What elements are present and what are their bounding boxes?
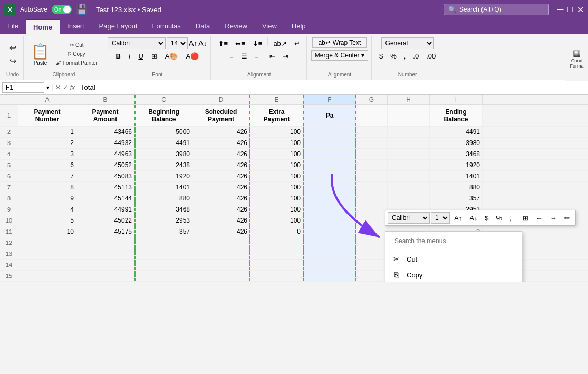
cell-h6[interactable]	[388, 171, 430, 181]
cell-c11[interactable]: 357	[134, 226, 192, 237]
cell-c8[interactable]: 880	[134, 193, 192, 204]
cell-b13[interactable]	[76, 248, 134, 259]
cell-b8[interactable]: 45144	[76, 193, 134, 204]
cell-f14[interactable]	[303, 260, 356, 270]
cell-c2[interactable]: 5000	[134, 127, 192, 137]
cell-c15[interactable]	[134, 271, 192, 281]
cell-e2[interactable]: 100	[250, 127, 303, 137]
align-middle-button[interactable]: ⬌≡	[232, 37, 248, 49]
cell-e4[interactable]: 100	[250, 149, 303, 159]
cell-d8[interactable]: 426	[192, 193, 250, 204]
cell-g13[interactable]	[356, 248, 388, 259]
cell-a5[interactable]: 6	[18, 160, 76, 170]
cell-g1[interactable]	[356, 105, 388, 126]
cell-i6[interactable]: 1401	[430, 171, 483, 181]
font-color-button[interactable]: A🔴	[182, 50, 202, 62]
comma-button[interactable]: ,	[401, 50, 409, 62]
number-format-select[interactable]: General	[381, 37, 434, 49]
cell-g15[interactable]	[356, 271, 388, 281]
col-header-d[interactable]: D	[192, 95, 250, 104]
cell-b1[interactable]: PaymentAmount	[76, 105, 134, 126]
col-header-i[interactable]: I	[430, 95, 483, 104]
cell-g5[interactable]	[356, 160, 388, 170]
cell-g8[interactable]	[356, 193, 388, 204]
mt-increase-font[interactable]: A↑	[451, 212, 465, 224]
confirm-formula-btn[interactable]: ✓	[63, 84, 68, 91]
cell-b2[interactable]: 43466	[76, 127, 134, 137]
cell-a14[interactable]	[18, 260, 76, 270]
cell-a1[interactable]: PaymentNumber	[18, 105, 76, 126]
cell-a4[interactable]: 3	[18, 149, 76, 159]
cell-f1[interactable]: Pa	[303, 105, 356, 126]
col-header-b[interactable]: B	[76, 95, 134, 104]
cell-a10[interactable]: 5	[18, 215, 76, 226]
cell-g4[interactable]	[356, 149, 388, 159]
mt-percent-btn[interactable]: %	[493, 212, 506, 224]
cell-d1[interactable]: ScheduledPayment	[192, 105, 250, 126]
cell-b6[interactable]: 45083	[76, 171, 134, 181]
font-family-select[interactable]: Calibri	[108, 37, 166, 49]
cell-a12[interactable]	[18, 237, 76, 248]
merge-center-button[interactable]: Merge & Center ▾	[311, 50, 368, 61]
cell-h3[interactable]	[388, 138, 430, 148]
align-left-button[interactable]: ≡	[226, 50, 237, 62]
indent-button[interactable]: ↵	[291, 37, 303, 49]
cell-a3[interactable]: 2	[18, 138, 76, 148]
cell-f6[interactable]	[303, 171, 356, 181]
mt-currency-btn[interactable]: $	[481, 212, 491, 224]
tab-file[interactable]: File	[0, 19, 26, 34]
cell-a8[interactable]: 9	[18, 193, 76, 204]
save-icon[interactable]: 💾	[76, 4, 88, 15]
autosave-toggle[interactable]: On	[52, 5, 72, 14]
cell-c3[interactable]: 4491	[134, 138, 192, 148]
cell-f5[interactable]	[303, 160, 356, 170]
cell-b11[interactable]: 45175	[76, 226, 134, 237]
cell-c5[interactable]: 2438	[134, 160, 192, 170]
mt-border-btn[interactable]: ⊞	[519, 212, 532, 224]
cell-f13[interactable]	[303, 248, 356, 259]
cell-d3[interactable]: 426	[192, 138, 250, 148]
cell-e8[interactable]: 100	[250, 193, 303, 204]
cell-d13[interactable]	[192, 248, 250, 259]
cell-a7[interactable]: 8	[18, 182, 76, 193]
cell-f15[interactable]	[303, 271, 356, 281]
col-header-f[interactable]: F	[303, 95, 356, 104]
cell-g14[interactable]	[356, 260, 388, 270]
mt-paint-btn[interactable]: ✏	[561, 212, 573, 224]
maximize-btn[interactable]: □	[567, 5, 573, 15]
tab-review[interactable]: Review	[217, 19, 255, 34]
cell-h4[interactable]	[388, 149, 430, 159]
percent-button[interactable]: %	[387, 50, 400, 62]
cell-f11[interactable]	[303, 226, 356, 237]
cell-a9[interactable]: 4	[18, 204, 76, 215]
cell-i5[interactable]: 1920	[430, 160, 483, 170]
minimize-btn[interactable]: ─	[557, 5, 563, 15]
cell-d14[interactable]	[192, 260, 250, 270]
cell-b14[interactable]	[76, 260, 134, 270]
cell-c6[interactable]: 1920	[134, 171, 192, 181]
cell-c14[interactable]	[134, 260, 192, 270]
col-header-h[interactable]: H	[388, 95, 430, 104]
cell-i4[interactable]: 3468	[430, 149, 483, 159]
cell-d7[interactable]: 426	[192, 182, 250, 193]
cell-d12[interactable]	[192, 237, 250, 248]
align-right-button[interactable]: ≡	[252, 50, 262, 62]
redo-button[interactable]: ↪	[5, 55, 20, 67]
mt-dec-left[interactable]: ←	[533, 212, 546, 224]
currency-button[interactable]: $	[376, 50, 386, 62]
cell-g3[interactable]	[356, 138, 388, 148]
increase-decimal-button[interactable]: .0	[410, 50, 422, 62]
mt-comma-btn[interactable]: ,	[506, 212, 515, 224]
cell-e9[interactable]: 100	[250, 204, 303, 215]
cell-e15[interactable]	[250, 271, 303, 281]
cell-d4[interactable]: 426	[192, 149, 250, 159]
cell-c9[interactable]: 3468	[134, 204, 192, 215]
cell-i3[interactable]: 3980	[430, 138, 483, 148]
cell-b9[interactable]: 44991	[76, 204, 134, 215]
cell-e14[interactable]	[250, 260, 303, 270]
format-painter-button[interactable]: 🖌 Format Painter	[54, 59, 100, 67]
cell-d10[interactable]: 426	[192, 215, 250, 226]
decrease-font-btn[interactable]: A↓	[198, 39, 207, 47]
cut-button[interactable]: ✂ Cut	[54, 41, 100, 49]
cell-f9[interactable]	[303, 204, 356, 215]
